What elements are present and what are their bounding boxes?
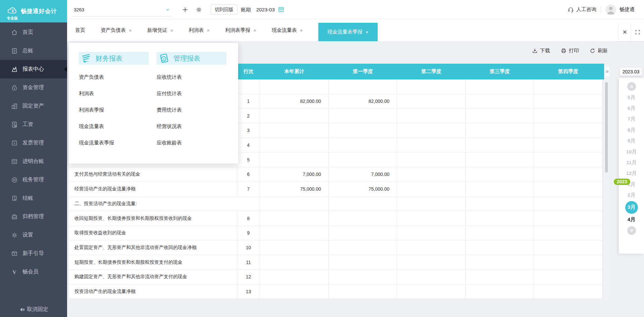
month-item[interactable]: 6月 xyxy=(628,103,635,114)
sidebar-item-tax[interactable]: 税税务管理 xyxy=(0,171,67,189)
tab-item[interactable]: 现金流量表× xyxy=(272,19,303,41)
funds-icon: ¥ xyxy=(11,84,18,91)
cell-q2 xyxy=(397,182,466,196)
more-columns-button[interactable]: » xyxy=(605,66,609,76)
refresh-icon xyxy=(590,48,595,54)
period-value[interactable]: 2023-03 xyxy=(256,7,275,12)
sidebar-item-funds[interactable]: ¥资金管理 xyxy=(0,78,67,97)
sidebar-item-report-center[interactable]: 报表中心 xyxy=(0,60,67,78)
cell-q3 xyxy=(466,241,534,255)
report-menu-item[interactable]: 应付统计表 xyxy=(157,85,234,102)
cell-q1 xyxy=(329,270,397,284)
refresh-button[interactable]: 刷新 xyxy=(590,48,608,54)
tab-item[interactable]: 利润表× xyxy=(189,19,210,41)
report-menu-item[interactable]: 经营状况表 xyxy=(157,118,234,134)
report-menu-item[interactable]: 现金流量表季报 xyxy=(79,134,157,151)
sidebar-item-closing[interactable]: ¥结账 xyxy=(0,189,67,207)
tab-item[interactable]: 首页 xyxy=(75,19,85,41)
report-menu-item[interactable]: 利润表 xyxy=(79,85,157,102)
unpin-sidebar-button[interactable]: 取消固定 xyxy=(0,306,67,313)
app-title: 畅捷通好会计 xyxy=(21,7,57,15)
cell-q4 xyxy=(534,241,602,255)
sidebar-item-settings[interactable]: 设置 xyxy=(0,226,67,244)
table-row: 二、投资活动产生的现金流量: xyxy=(69,197,602,211)
period-label: 账期 xyxy=(241,7,251,13)
sidebar-item-fixed-assets[interactable]: 固定资产 xyxy=(0,97,67,115)
sidebar-item-guide[interactable]: 新手引导 xyxy=(0,244,67,263)
tab-item[interactable]: 利润表季报× xyxy=(225,19,256,41)
report-menu-item[interactable]: 应收账龄表 xyxy=(157,134,234,151)
close-icon[interactable]: × xyxy=(207,28,210,33)
month-item[interactable]: 10月 xyxy=(626,146,637,157)
cell-total xyxy=(260,255,329,269)
svg-text:¥: ¥ xyxy=(14,87,15,90)
report-menu-item[interactable]: 应收统计表 xyxy=(157,69,234,85)
add-account-button[interactable] xyxy=(182,6,189,13)
table-row: 支付其他与经营活动有关的现金67,000.007,000.00 xyxy=(69,167,602,182)
tab-item[interactable]: 现金流量表季报× xyxy=(318,23,378,41)
cell-q3 xyxy=(466,167,534,182)
cell-q3 xyxy=(466,197,534,211)
tab-item[interactable]: 新增凭证× xyxy=(147,19,173,41)
report-menu-item[interactable]: 资产负债表 xyxy=(79,69,157,85)
sidebar-item-label: 畅会员 xyxy=(22,268,39,275)
report-menu-item[interactable]: 费用统计表 xyxy=(157,102,234,118)
cell-q2 xyxy=(397,226,466,240)
calendar-icon[interactable] xyxy=(278,6,284,13)
month-item[interactable]: 3月 xyxy=(625,201,638,214)
human-support-button[interactable]: 人工咨询 xyxy=(568,6,596,13)
scroll-months-down-button[interactable] xyxy=(627,226,636,235)
sidebar-item-purchase-sale[interactable]: 进销台账 xyxy=(0,152,67,171)
scroll-months-up-button[interactable] xyxy=(627,82,636,91)
sidebar-item-archive[interactable]: 归档管理 xyxy=(0,207,67,226)
cell-q3 xyxy=(466,109,534,123)
app-edition: 专业版 xyxy=(7,16,18,21)
month-item[interactable]: 8月 xyxy=(628,125,635,135)
sidebar-item-label: 结账 xyxy=(22,195,33,202)
download-button[interactable]: 下载 xyxy=(532,48,550,54)
sidebar-item-home[interactable]: 首页 xyxy=(0,23,67,42)
tab-item[interactable]: 资产负债表× xyxy=(101,19,132,41)
month-item[interactable]: 12月 xyxy=(626,168,637,179)
cell-line: 2 xyxy=(237,109,260,123)
month-item[interactable]: 7月 xyxy=(628,114,635,125)
sidebar-item-salary[interactable]: 工资 xyxy=(0,115,67,134)
settings-icon xyxy=(11,232,18,239)
sidebar-item-label: 报表中心 xyxy=(22,66,44,73)
sidebar-item-invoice[interactable]: ¥发票管理 xyxy=(0,134,67,152)
close-icon[interactable]: × xyxy=(366,29,369,35)
month-item[interactable]: 5月 xyxy=(628,92,635,103)
cell-total xyxy=(260,241,329,255)
sidebar-item-label: 新手引导 xyxy=(22,250,44,257)
scrollbar-thumb[interactable] xyxy=(605,82,608,173)
sidebar-item-member[interactable]: V畅会员 xyxy=(0,263,67,281)
svg-text:¥: ¥ xyxy=(12,9,14,13)
svg-text:¥: ¥ xyxy=(162,57,165,61)
cell-q3 xyxy=(466,138,534,152)
cell-line: 13 xyxy=(237,284,260,299)
switch-old-version-button[interactable]: 切到旧版 xyxy=(211,4,237,14)
close-icon[interactable]: × xyxy=(253,28,256,33)
month-item[interactable]: 11月 xyxy=(626,157,637,168)
table-scrollbar[interactable] xyxy=(604,64,609,299)
cell-q2 xyxy=(397,197,466,211)
close-icon[interactable]: × xyxy=(300,28,303,33)
tab-label: 利润表 xyxy=(189,27,204,34)
topbar: 3263 切到旧版 账期 2023-03 人工咨询 畅捷通 xyxy=(67,0,644,19)
user-menu[interactable]: 畅捷通 xyxy=(605,4,635,15)
month-item[interactable]: 9月 xyxy=(628,136,635,146)
report-menu-item[interactable]: 现金流量表 xyxy=(79,118,157,134)
cell-line: 1 xyxy=(237,94,260,109)
close-icon[interactable]: × xyxy=(129,28,132,33)
month-item[interactable]: 4月 xyxy=(628,214,635,225)
close-icon[interactable]: × xyxy=(170,28,173,33)
report-menu-item[interactable]: 利润表季报 xyxy=(79,102,157,118)
gear-icon[interactable] xyxy=(196,6,202,13)
month-item[interactable]: 2月 xyxy=(628,190,635,201)
cell-total xyxy=(260,270,329,284)
print-button[interactable]: 打印 xyxy=(561,48,579,54)
sidebar-item-ledger[interactable]: 总账 xyxy=(0,42,67,60)
account-select[interactable]: 3263 xyxy=(72,3,172,16)
fullscreen-button[interactable] xyxy=(631,23,644,41)
close-all-tabs-button[interactable]: × xyxy=(619,23,631,41)
